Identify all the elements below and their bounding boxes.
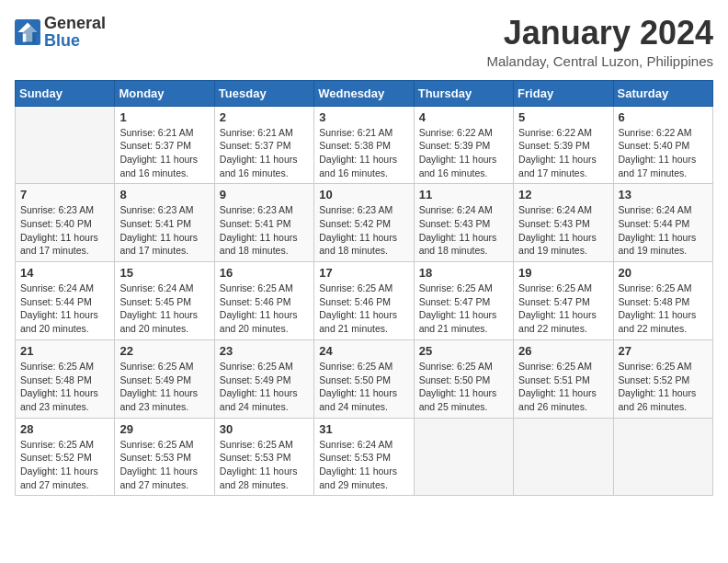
day-number: 10 bbox=[319, 188, 408, 201]
day-info: Sunrise: 6:23 AMSunset: 5:41 PMDaylight:… bbox=[119, 203, 209, 258]
weekday-header-cell: Saturday bbox=[613, 80, 712, 106]
day-info: Sunrise: 6:21 AMSunset: 5:38 PMDaylight:… bbox=[319, 126, 408, 180]
day-number: 5 bbox=[518, 110, 608, 124]
day-number: 16 bbox=[220, 266, 309, 280]
calendar-day-cell: 24Sunrise: 6:25 AMSunset: 5:50 PMDayligh… bbox=[314, 339, 414, 418]
calendar-week-row: 21Sunrise: 6:25 AMSunset: 5:48 PMDayligh… bbox=[16, 339, 713, 418]
day-number: 14 bbox=[20, 266, 109, 280]
calendar-day-cell: 12Sunrise: 6:24 AMSunset: 5:43 PMDayligh… bbox=[514, 184, 613, 262]
day-info: Sunrise: 6:25 AMSunset: 5:47 PMDaylight:… bbox=[518, 282, 608, 336]
calendar-day-cell: 28Sunrise: 6:25 AMSunset: 5:52 PMDayligh… bbox=[16, 418, 115, 496]
calendar-day-cell: 6Sunrise: 6:22 AMSunset: 5:40 PMDaylight… bbox=[613, 106, 712, 184]
day-number: 27 bbox=[619, 344, 708, 358]
calendar-day-cell: 15Sunrise: 6:24 AMSunset: 5:45 PMDayligh… bbox=[115, 262, 214, 340]
calendar-body: 1Sunrise: 6:21 AMSunset: 5:37 PMDaylight… bbox=[16, 106, 713, 496]
day-number: 7 bbox=[20, 188, 109, 201]
calendar-day-cell: 26Sunrise: 6:25 AMSunset: 5:51 PMDayligh… bbox=[514, 339, 613, 418]
day-info: Sunrise: 6:25 AMSunset: 5:49 PMDaylight:… bbox=[119, 360, 209, 414]
calendar-day-cell: 11Sunrise: 6:24 AMSunset: 5:43 PMDayligh… bbox=[414, 184, 513, 262]
day-info: Sunrise: 6:23 AMSunset: 5:41 PMDaylight:… bbox=[220, 203, 309, 258]
calendar-day-cell: 30Sunrise: 6:25 AMSunset: 5:53 PMDayligh… bbox=[214, 418, 313, 496]
day-number: 25 bbox=[419, 344, 508, 358]
day-info: Sunrise: 6:21 AMSunset: 5:37 PMDaylight:… bbox=[220, 126, 309, 180]
calendar-day-cell: 31Sunrise: 6:24 AMSunset: 5:53 PMDayligh… bbox=[314, 418, 414, 496]
calendar-week-row: 7Sunrise: 6:23 AMSunset: 5:40 PMDaylight… bbox=[16, 184, 713, 262]
calendar-day-cell: 21Sunrise: 6:25 AMSunset: 5:48 PMDayligh… bbox=[16, 339, 115, 418]
calendar-day-cell bbox=[16, 106, 115, 184]
logo-icon bbox=[15, 19, 40, 45]
day-info: Sunrise: 6:25 AMSunset: 5:53 PMDaylight:… bbox=[220, 438, 309, 492]
calendar-day-cell: 4Sunrise: 6:22 AMSunset: 5:39 PMDaylight… bbox=[414, 106, 513, 184]
day-number: 9 bbox=[220, 188, 309, 201]
day-number: 31 bbox=[319, 422, 408, 436]
day-number: 18 bbox=[419, 266, 508, 280]
header: General Blue January 2024 Malanday, Cent… bbox=[15, 15, 713, 69]
day-info: Sunrise: 6:25 AMSunset: 5:47 PMDaylight:… bbox=[419, 282, 508, 336]
day-number: 30 bbox=[220, 422, 309, 436]
day-number: 20 bbox=[619, 266, 708, 280]
calendar-day-cell: 14Sunrise: 6:24 AMSunset: 5:44 PMDayligh… bbox=[16, 262, 115, 340]
day-number: 11 bbox=[419, 188, 508, 201]
calendar-day-cell: 2Sunrise: 6:21 AMSunset: 5:37 PMDaylight… bbox=[214, 106, 313, 184]
day-number: 17 bbox=[319, 266, 408, 280]
day-info: Sunrise: 6:24 AMSunset: 5:43 PMDaylight:… bbox=[419, 203, 508, 258]
day-number: 15 bbox=[119, 266, 209, 280]
day-info: Sunrise: 6:24 AMSunset: 5:44 PMDaylight:… bbox=[20, 282, 109, 336]
weekday-header-cell: Wednesday bbox=[314, 80, 414, 106]
day-info: Sunrise: 6:23 AMSunset: 5:42 PMDaylight:… bbox=[319, 203, 408, 258]
day-info: Sunrise: 6:25 AMSunset: 5:50 PMDaylight:… bbox=[419, 360, 508, 414]
calendar-day-cell: 25Sunrise: 6:25 AMSunset: 5:50 PMDayligh… bbox=[414, 339, 513, 418]
day-info: Sunrise: 6:23 AMSunset: 5:40 PMDaylight:… bbox=[20, 203, 109, 258]
logo-blue: Blue bbox=[44, 31, 80, 50]
day-info: Sunrise: 6:22 AMSunset: 5:39 PMDaylight:… bbox=[419, 126, 508, 180]
calendar-week-row: 14Sunrise: 6:24 AMSunset: 5:44 PMDayligh… bbox=[16, 262, 713, 340]
day-number: 22 bbox=[119, 344, 209, 358]
day-info: Sunrise: 6:25 AMSunset: 5:52 PMDaylight:… bbox=[619, 360, 708, 414]
day-info: Sunrise: 6:25 AMSunset: 5:46 PMDaylight:… bbox=[319, 282, 408, 336]
day-number: 23 bbox=[220, 344, 309, 358]
weekday-header-row: SundayMondayTuesdayWednesdayThursdayFrid… bbox=[16, 80, 713, 106]
calendar-subtitle: Malanday, Central Luzon, Philippines bbox=[486, 53, 713, 69]
calendar-week-row: 28Sunrise: 6:25 AMSunset: 5:52 PMDayligh… bbox=[16, 418, 713, 496]
calendar-day-cell: 8Sunrise: 6:23 AMSunset: 5:41 PMDaylight… bbox=[115, 184, 214, 262]
day-number: 8 bbox=[119, 188, 209, 201]
day-number: 24 bbox=[319, 344, 408, 358]
calendar-day-cell bbox=[414, 418, 513, 496]
day-number: 28 bbox=[20, 422, 109, 436]
weekday-header-cell: Tuesday bbox=[214, 80, 313, 106]
day-info: Sunrise: 6:25 AMSunset: 5:48 PMDaylight:… bbox=[619, 282, 708, 336]
day-info: Sunrise: 6:21 AMSunset: 5:37 PMDaylight:… bbox=[119, 126, 209, 180]
day-info: Sunrise: 6:25 AMSunset: 5:50 PMDaylight:… bbox=[319, 360, 408, 414]
day-number: 6 bbox=[619, 110, 708, 124]
logo-text: General Blue bbox=[44, 15, 106, 50]
calendar-day-cell: 19Sunrise: 6:25 AMSunset: 5:47 PMDayligh… bbox=[514, 262, 613, 340]
day-number: 3 bbox=[319, 110, 408, 124]
day-number: 21 bbox=[20, 344, 109, 358]
calendar-day-cell: 27Sunrise: 6:25 AMSunset: 5:52 PMDayligh… bbox=[613, 339, 712, 418]
calendar-day-cell: 10Sunrise: 6:23 AMSunset: 5:42 PMDayligh… bbox=[314, 184, 414, 262]
calendar-day-cell: 23Sunrise: 6:25 AMSunset: 5:49 PMDayligh… bbox=[214, 339, 313, 418]
calendar-day-cell: 5Sunrise: 6:22 AMSunset: 5:39 PMDaylight… bbox=[514, 106, 613, 184]
day-number: 29 bbox=[119, 422, 209, 436]
day-info: Sunrise: 6:25 AMSunset: 5:53 PMDaylight:… bbox=[119, 438, 209, 492]
calendar-day-cell: 20Sunrise: 6:25 AMSunset: 5:48 PMDayligh… bbox=[613, 262, 712, 340]
day-number: 26 bbox=[518, 344, 608, 358]
calendar-day-cell: 13Sunrise: 6:24 AMSunset: 5:44 PMDayligh… bbox=[613, 184, 712, 262]
day-number: 4 bbox=[419, 110, 508, 124]
day-info: Sunrise: 6:25 AMSunset: 5:52 PMDaylight:… bbox=[20, 438, 109, 492]
day-info: Sunrise: 6:25 AMSunset: 5:51 PMDaylight:… bbox=[518, 360, 608, 414]
calendar-day-cell: 29Sunrise: 6:25 AMSunset: 5:53 PMDayligh… bbox=[115, 418, 214, 496]
day-number: 13 bbox=[619, 188, 708, 201]
calendar-day-cell bbox=[514, 418, 613, 496]
calendar-table: SundayMondayTuesdayWednesdayThursdayFrid… bbox=[15, 80, 713, 497]
calendar-day-cell: 22Sunrise: 6:25 AMSunset: 5:49 PMDayligh… bbox=[115, 339, 214, 418]
calendar-day-cell bbox=[613, 418, 712, 496]
calendar-day-cell: 3Sunrise: 6:21 AMSunset: 5:38 PMDaylight… bbox=[314, 106, 414, 184]
day-info: Sunrise: 6:24 AMSunset: 5:53 PMDaylight:… bbox=[319, 438, 408, 492]
day-info: Sunrise: 6:22 AMSunset: 5:40 PMDaylight:… bbox=[619, 126, 708, 180]
calendar-day-cell: 9Sunrise: 6:23 AMSunset: 5:41 PMDaylight… bbox=[214, 184, 313, 262]
day-info: Sunrise: 6:24 AMSunset: 5:45 PMDaylight:… bbox=[119, 282, 209, 336]
day-info: Sunrise: 6:25 AMSunset: 5:48 PMDaylight:… bbox=[20, 360, 109, 414]
day-number: 1 bbox=[119, 110, 209, 124]
weekday-header-cell: Monday bbox=[115, 80, 214, 106]
